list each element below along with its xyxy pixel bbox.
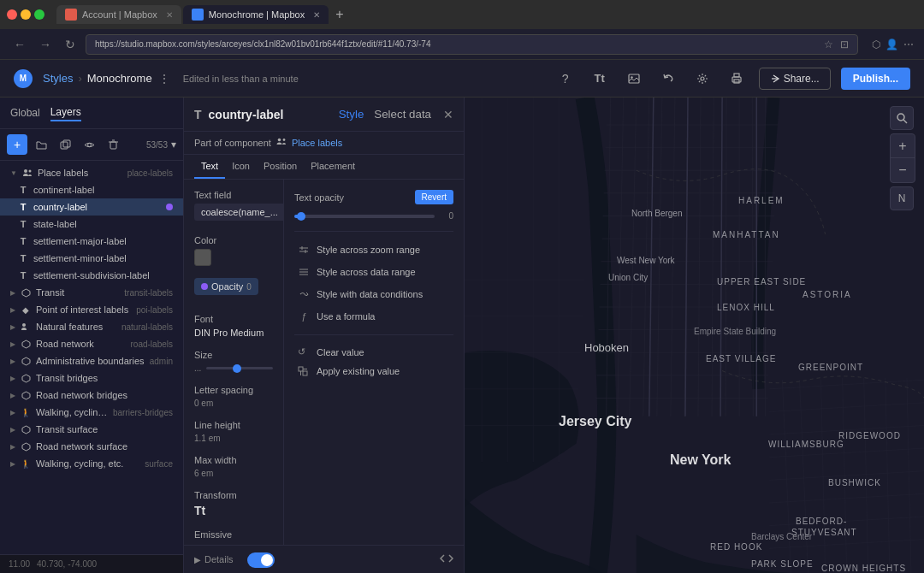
layer-road-bridges-group[interactable]: ▶ Road network bridges [0,387,183,404]
reader-btn[interactable]: ⊡ [840,38,849,50]
layer-settlement-minor[interactable]: T settlement-minor-label [0,250,183,267]
nav-tab-icon[interactable]: Icon [225,155,257,179]
settings-btn[interactable] [690,67,714,91]
font-btn[interactable]: Tt [588,67,612,91]
apply-existing-btn[interactable]: Apply existing value [294,362,453,381]
forward-button[interactable]: → [36,36,55,53]
layer-country-label[interactable]: T country-label [0,198,183,216]
layer-continent-label[interactable]: T continent-label [0,181,183,198]
breadcrumb-styles-link[interactable]: Styles [43,72,73,85]
part-of-component-label: Part of component [194,138,271,148]
back-button[interactable]: ← [10,36,29,53]
share-icon [770,74,780,84]
clear-value-btn[interactable]: ↺ Clear value [294,342,453,362]
nav-tab-placement[interactable]: Placement [304,155,362,179]
new-tab-button[interactable]: + [330,7,348,22]
style-zoom-range-btn[interactable]: Style across zoom range [294,239,453,261]
share-btn[interactable]: Share... [759,68,831,90]
reload-button[interactable]: ↻ [62,36,79,53]
print-btn[interactable] [725,67,749,91]
breadcrumb-menu-btn[interactable]: ⋮ [159,73,169,85]
opacity-slider-track[interactable] [294,215,435,218]
size-slider-thumb[interactable] [233,364,241,373]
layer-barriers-surface-group[interactable]: ▶ 🚶 Walking, cycling, etc. surface [0,455,183,472]
layer-admin-group[interactable]: ▶ Administrative boundaries admin [0,352,183,369]
search-map-btn[interactable] [890,106,914,130]
layer-settlement-major[interactable]: T settlement-major-label [0,233,183,250]
url-bar[interactable]: https://studio.mapbox.com/styles/arceyes… [86,34,858,55]
app-header: M Styles › Monochrome ⋮ Edited in less t… [0,60,924,97]
nav-tab-position[interactable]: Position [257,155,304,179]
layer-transit-surface-group[interactable]: ▶ Transit surface [0,421,183,438]
maximize-window-btn[interactable] [34,9,44,20]
opacity-active-item[interactable]: Opacity 0 [194,278,258,295]
browser-tab-mapbox[interactable]: Monochrome | Mapbox ✕ [183,5,329,24]
extensions-btn[interactable]: ⬡ [872,38,880,50]
layer-barriers-bridges-group[interactable]: ▶ 🚶 Walking, cycling, etc. barriers-brid… [0,404,183,421]
font-value[interactable]: DIN Pro Medium [194,328,273,338]
help-btn[interactable]: ? [554,67,578,91]
map-area[interactable]: North Bergen MANHATTAN HARLEM West New Y… [465,97,924,573]
add-layer-btn[interactable]: + [7,134,27,155]
opacity-value: 0 [246,282,252,292]
tab-layers[interactable]: Layers [50,104,81,121]
close-window-btn[interactable] [7,9,17,20]
clear-label: Clear value [317,347,364,357]
details-expand-btn[interactable]: ▶ Details [194,554,234,564]
image-btn[interactable] [622,67,646,91]
data-range-label: Style across data range [317,267,416,277]
code-btn[interactable] [440,552,453,567]
panel-tab-style[interactable]: Style [334,106,370,122]
layer-place-labels-group[interactable]: ▼ Place labels place-labels [0,164,183,181]
style-data-range-btn[interactable]: Style across data range [294,261,453,283]
layer-natural-group[interactable]: ▶ Natural features natural-labels [0,318,183,335]
poi-icon: ◆ [20,304,32,316]
layer-transit-bridges-group[interactable]: ▶ Transit bridges [0,369,183,387]
nav-tab-text[interactable]: Text [194,155,225,179]
zoom-in-btn[interactable]: + [891,134,915,158]
map-compass[interactable]: N [890,186,914,210]
undo-btn[interactable] [656,67,680,91]
folder-btn[interactable] [31,134,51,155]
revert-btn[interactable]: Revert [415,190,453,204]
layer-road-labels-group[interactable]: ▶ Road network road-labels [0,335,183,352]
filter-btn[interactable]: ▾ [171,139,176,151]
text-field-value[interactable]: coalesce(name_... [194,204,284,221]
style-formula-btn[interactable]: ƒ Use a formula [294,305,453,328]
tab-close-account[interactable]: ✕ [166,10,173,20]
panel-right-props: Text opacity Revert 0 Style across zoom … [284,180,464,545]
publish-btn[interactable]: Publish... [841,68,910,90]
layer-state-label[interactable]: T state-label [0,216,183,233]
size-slider[interactable]: ... [194,363,273,373]
admin-icon [20,355,32,367]
opacity-slider[interactable]: 0 [294,211,453,221]
component-link[interactable]: Place labels [292,138,342,148]
layer-toggle-btn[interactable] [247,552,275,568]
svg-point-9 [87,143,91,146]
tab-global[interactable]: Global [10,104,40,121]
panel-close-btn[interactable]: ✕ [443,108,453,121]
layer-road-surface-group[interactable]: ▶ Road network surface [0,438,183,455]
eye-icon [84,139,95,151]
tab-close-mapbox[interactable]: ✕ [313,10,320,20]
bookmark-star-btn[interactable]: ☆ [824,38,833,50]
size-slider-track[interactable] [206,367,273,369]
delete-layer-btn[interactable] [103,134,123,155]
style-data-conditions-btn[interactable]: Style with data conditions [294,283,453,305]
visibility-btn[interactable] [79,134,99,155]
profile-btn[interactable]: 👤 [886,38,898,50]
browser-tab-account[interactable]: Account | Mapbox ✕ [56,5,181,24]
layer-settlement-subdivision[interactable]: T settlement-subdivision-label [0,267,183,284]
minimize-window-btn[interactable] [21,9,31,20]
opacity-slider-thumb[interactable] [297,212,305,221]
layer-poi-group[interactable]: ▶ ◆ Point of interest labels poi-labels [0,301,183,318]
color-swatch[interactable] [194,249,211,266]
more-btn[interactable]: ⋯ [903,38,914,50]
line-height-value: 1.1 em [194,434,273,443]
duplicate-btn[interactable] [55,134,75,155]
panel-tab-select-data[interactable]: Select data [369,106,436,122]
transit-icon [20,286,32,298]
zoom-out-btn[interactable]: − [891,158,915,182]
svg-point-14 [28,170,31,173]
layer-transit-labels-group[interactable]: ▶ Transit transit-labels [0,284,183,301]
